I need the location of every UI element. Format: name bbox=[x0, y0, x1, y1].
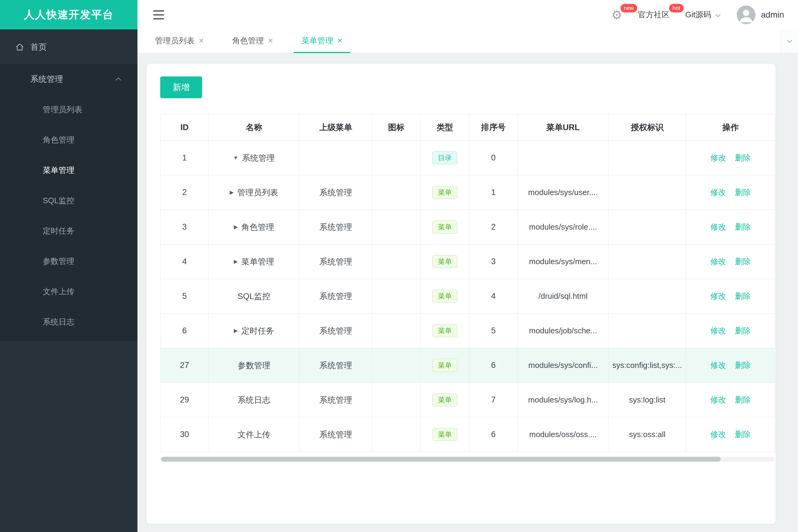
sidebar-item-system-log[interactable]: 系统日志 bbox=[0, 307, 137, 337]
delete-link[interactable]: 删除 bbox=[735, 395, 751, 404]
menu-name-label: 菜单管理 bbox=[242, 256, 274, 267]
cell-actions: 修改 删除 bbox=[686, 383, 775, 417]
expand-arrow-icon[interactable]: ▶ bbox=[234, 259, 238, 265]
expand-arrow-icon[interactable]: ▶ bbox=[230, 189, 234, 196]
delete-link[interactable]: 删除 bbox=[735, 257, 751, 266]
brand-title: 人人快速开发平台 bbox=[0, 0, 137, 30]
cell-permissions bbox=[609, 279, 686, 314]
git-source-link[interactable]: Git源码 bbox=[685, 10, 721, 20]
tab-dropdown-button[interactable] bbox=[780, 30, 798, 53]
sidebar-nav: 首页 系统管理 管理员列表 角色管理 菜单管理 SQL监控 定时任务 参数管理 … bbox=[0, 30, 137, 341]
cell-id: 6 bbox=[161, 314, 209, 348]
edit-link[interactable]: 修改 bbox=[710, 257, 726, 266]
delete-link[interactable]: 删除 bbox=[735, 291, 751, 301]
cell-icon bbox=[372, 141, 421, 175]
sidebar: 人人快速开发平台 首页 系统管理 管理员列表 角色管理 菜单管理 SQL监控 定… bbox=[0, 0, 137, 532]
table-row: 5 SQL监控 系统管理 菜单 4 /druid/sql.html 修改 删除 bbox=[161, 279, 775, 314]
delete-link[interactable]: 删除 bbox=[735, 361, 751, 370]
type-badge: 菜单 bbox=[432, 359, 457, 372]
sidebar-subitem-label: SQL监控 bbox=[43, 195, 74, 206]
cell-menu-url: modules/sys/confi... bbox=[518, 348, 609, 383]
column-header: 上级菜单 bbox=[299, 114, 372, 141]
delete-link[interactable]: 删除 bbox=[735, 222, 751, 231]
add-button[interactable]: 新增 bbox=[160, 76, 202, 98]
delete-link[interactable]: 删除 bbox=[735, 430, 751, 439]
edit-link[interactable]: 修改 bbox=[710, 326, 726, 335]
cell-id: 4 bbox=[161, 245, 209, 279]
scrollbar-thumb[interactable] bbox=[161, 457, 721, 462]
sidebar-subitem-label: 菜单管理 bbox=[43, 165, 74, 176]
table-row: 4 ▶ 菜单管理 系统管理 菜单 3 modules/sys/men... 修改… bbox=[161, 245, 775, 279]
edit-link[interactable]: 修改 bbox=[710, 188, 726, 197]
sidebar-item-menu-mgmt[interactable]: 菜单管理 bbox=[0, 155, 137, 185]
cell-menu-url: /druid/sql.html bbox=[518, 279, 609, 314]
type-badge: 菜单 bbox=[432, 324, 457, 337]
user-menu[interactable]: admin bbox=[737, 5, 784, 24]
sidebar-item-role-mgmt[interactable]: 角色管理 bbox=[0, 125, 137, 155]
cell-type: 目录 bbox=[421, 141, 469, 175]
expand-arrow-icon[interactable]: ▼ bbox=[233, 155, 239, 161]
menu-table: ID名称上级菜单图标类型排序号菜单URL授权标识操作 1 ▼ 系统管理 目录 0… bbox=[160, 114, 775, 452]
sidebar-toggle-icon[interactable] bbox=[153, 10, 165, 19]
type-badge: 菜单 bbox=[432, 186, 457, 199]
sidebar-group-header[interactable]: 系统管理 bbox=[0, 64, 137, 94]
sidebar-item-file-upload[interactable]: 文件上传 bbox=[0, 276, 137, 307]
cell-name: ▼ 系统管理 bbox=[209, 141, 299, 175]
edit-link[interactable]: 修改 bbox=[710, 395, 726, 404]
horizontal-scrollbar[interactable] bbox=[160, 457, 775, 462]
sidebar-item-home[interactable]: 首页 bbox=[0, 32, 137, 62]
edit-link[interactable]: 修改 bbox=[710, 291, 726, 301]
column-header: 图标 bbox=[372, 114, 421, 141]
sidebar-item-admin-list[interactable]: 管理员列表 bbox=[0, 94, 137, 125]
chevron-down-icon bbox=[786, 39, 793, 43]
edit-link[interactable]: 修改 bbox=[710, 222, 726, 231]
cell-parent-menu bbox=[299, 141, 372, 175]
settings-button[interactable]: ⚙ new bbox=[611, 9, 622, 21]
cell-name: SQL监控 bbox=[209, 279, 299, 314]
delete-link[interactable]: 删除 bbox=[735, 326, 751, 335]
expand-arrow-icon[interactable]: ▶ bbox=[234, 327, 238, 334]
tab-label: 管理员列表 bbox=[155, 36, 194, 46]
sidebar-item-sql-monitor[interactable]: SQL监控 bbox=[0, 185, 137, 216]
edit-link[interactable]: 修改 bbox=[710, 153, 726, 162]
cell-icon bbox=[372, 175, 421, 210]
cell-name: ▶ 定时任务 bbox=[209, 314, 299, 348]
cell-order: 6 bbox=[469, 348, 518, 383]
cell-name: 系统日志 bbox=[209, 383, 299, 417]
delete-link[interactable]: 删除 bbox=[735, 188, 751, 197]
cell-actions: 修改 删除 bbox=[686, 141, 775, 175]
tab-close-icon[interactable]: × bbox=[337, 36, 342, 45]
tab-close-icon[interactable]: × bbox=[268, 36, 273, 45]
cell-menu-url: modules/job/sche... bbox=[518, 314, 609, 348]
cell-icon bbox=[372, 210, 421, 245]
cell-menu-url: modules/oss/oss.... bbox=[518, 417, 609, 452]
cell-permissions bbox=[609, 245, 686, 279]
community-link[interactable]: 官方社区 hot bbox=[638, 10, 670, 20]
edit-link[interactable]: 修改 bbox=[710, 361, 726, 370]
menu-name-label: 参数管理 bbox=[238, 360, 270, 371]
menu-name-label: SQL监控 bbox=[238, 291, 270, 302]
tab-admin-list[interactable]: 管理员列表 × bbox=[147, 30, 211, 53]
edit-link[interactable]: 修改 bbox=[710, 430, 726, 439]
delete-link[interactable]: 删除 bbox=[735, 153, 751, 162]
cell-name: ▶ 角色管理 bbox=[209, 210, 299, 245]
sidebar-item-config-mgmt[interactable]: 参数管理 bbox=[0, 246, 137, 276]
table-body: 1 ▼ 系统管理 目录 0 修改 删除 2 ▶ 管理员列表 系统管理 bbox=[161, 141, 775, 452]
cell-order: 1 bbox=[469, 175, 518, 210]
tab-role-mgmt[interactable]: 角色管理 × bbox=[224, 30, 281, 53]
sidebar-item-scheduled-jobs[interactable]: 定时任务 bbox=[0, 216, 137, 246]
cell-order: 2 bbox=[469, 210, 518, 245]
type-badge: 目录 bbox=[432, 151, 457, 165]
cell-id: 1 bbox=[161, 141, 209, 175]
table-row: 29 系统日志 系统管理 菜单 7 modules/sys/log.h... s… bbox=[161, 383, 775, 417]
home-icon bbox=[15, 42, 24, 52]
new-badge: new bbox=[620, 4, 637, 13]
tab-menu-mgmt[interactable]: 菜单管理 × bbox=[294, 30, 350, 53]
cell-parent-menu: 系统管理 bbox=[299, 279, 372, 314]
sidebar-submenu: 管理员列表 角色管理 菜单管理 SQL监控 定时任务 参数管理 文件上传 系统日… bbox=[0, 94, 137, 337]
tab-close-icon[interactable]: × bbox=[199, 36, 204, 45]
type-badge: 菜单 bbox=[432, 428, 457, 441]
type-badge: 菜单 bbox=[432, 393, 457, 406]
cell-menu-url: modules/sys/log.h... bbox=[518, 383, 609, 417]
expand-arrow-icon[interactable]: ▶ bbox=[234, 224, 238, 230]
